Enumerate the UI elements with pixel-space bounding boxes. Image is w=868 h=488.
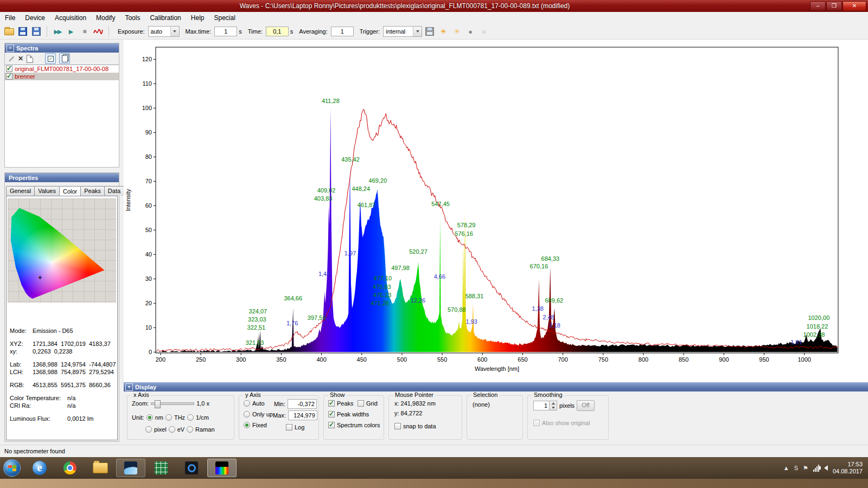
- properties-tabs: General Values Color Peaks Data: [6, 186, 118, 196]
- menu-device[interactable]: Device: [20, 12, 50, 23]
- delete-spectrum-icon[interactable]: ✕: [18, 55, 23, 62]
- snap-to-data-checkbox[interactable]: [394, 423, 401, 429]
- tab-peaks[interactable]: Peaks: [80, 186, 105, 196]
- zoom-slider-thumb[interactable]: [155, 400, 161, 408]
- menu-calibration[interactable]: Calibration: [145, 12, 186, 23]
- menu-modify[interactable]: Modify: [91, 12, 120, 23]
- taskbar-clock[interactable]: 17:53 04.08.2017: [833, 461, 863, 475]
- trigger-dropdown[interactable]: internal: [383, 26, 422, 37]
- smoothing-spinner[interactable]: 1: [533, 401, 557, 410]
- spectrum-visibility-checkbox[interactable]: [6, 73, 12, 80]
- smoothing-off-button[interactable]: Off: [577, 400, 594, 411]
- averaging-input[interactable]: 1: [331, 27, 354, 36]
- max-input[interactable]: 124,979: [288, 410, 317, 420]
- properties-panel-header[interactable]: Properties: [5, 173, 119, 182]
- taskbar-explorer-button[interactable]: [86, 459, 115, 477]
- unit-raman-radio[interactable]: [187, 426, 193, 433]
- exposure-dropdown[interactable]: auto: [148, 26, 180, 37]
- tray-app-icon[interactable]: S: [794, 465, 798, 471]
- svg-text:461,87: 461,87: [358, 202, 376, 208]
- spectrum-plot[interactable]: 2002503003504004505005506006507007508008…: [124, 40, 868, 382]
- minimize-button[interactable]: –: [810, 1, 826, 11]
- select-all-toggle[interactable]: ✓: [45, 53, 56, 64]
- dark-reference-button[interactable]: ☀: [451, 25, 463, 37]
- time-label: Time:: [248, 28, 263, 35]
- display-panel: ▼ Display x Axis Zoom: 1,0 x Unit: nm TH…: [124, 382, 868, 445]
- svg-text:20: 20: [145, 300, 152, 306]
- collapse-display-icon[interactable]: ▼: [125, 383, 133, 391]
- exposure-value: auto: [149, 28, 170, 35]
- spectrum-list-item[interactable]: brenner: [5, 73, 119, 80]
- unit-pixel-radio[interactable]: [145, 426, 152, 433]
- tab-color[interactable]: Color: [59, 186, 81, 196]
- unit-nm-radio[interactable]: [146, 414, 153, 421]
- yaxis-onlyup-radio[interactable]: [244, 411, 250, 418]
- also-show-original-checkbox[interactable]: [533, 420, 540, 426]
- maxtime-input[interactable]: 1: [214, 27, 237, 36]
- save-button[interactable]: [17, 25, 29, 37]
- unit-1cm-radio[interactable]: [187, 414, 194, 421]
- zoom-slider[interactable]: [151, 402, 194, 405]
- light-reference-button[interactable]: ☀: [437, 25, 449, 37]
- close-button[interactable]: ✕: [843, 1, 866, 11]
- volume-icon[interactable]: [824, 465, 828, 471]
- smoothing-value[interactable]: 1: [533, 401, 550, 410]
- tab-data[interactable]: Data: [104, 186, 124, 196]
- tab-general[interactable]: General: [6, 186, 35, 196]
- spectra-panel-header[interactable]: « Spectra: [5, 43, 119, 53]
- single-acquisition-button[interactable]: ▶▶: [52, 25, 63, 37]
- start-acquisition-button[interactable]: ▶: [65, 25, 77, 37]
- yaxis-fixed-radio[interactable]: [244, 422, 250, 428]
- svg-text:448,24: 448,24: [352, 185, 370, 192]
- spectrum-list-item[interactable]: original_FLMT000781_17-00-00-08: [5, 65, 119, 73]
- menu-acquisition[interactable]: Acquisition: [50, 12, 91, 23]
- stop-acquisition-button[interactable]: ■: [79, 25, 91, 37]
- spectrum-colors-checkbox[interactable]: [328, 422, 335, 428]
- log-checkbox[interactable]: [286, 424, 292, 431]
- taskbar-disc-button[interactable]: [177, 459, 206, 477]
- taskbar-waves-button[interactable]: [207, 459, 237, 477]
- taskbar-spreadsheet-button[interactable]: [146, 459, 176, 477]
- continuous-scan-button[interactable]: [92, 25, 104, 37]
- record-dark-button[interactable]: ●: [464, 25, 476, 37]
- menu-file[interactable]: File: [0, 12, 20, 23]
- spectrum-chart[interactable]: 2002503003504004505005506006507007508008…: [124, 40, 868, 382]
- time-input[interactable]: 0,1: [266, 27, 289, 36]
- svg-text:409,02: 409,02: [317, 187, 336, 194]
- collapse-panel-icon[interactable]: «: [7, 44, 14, 52]
- taskbar-chrome-button[interactable]: [55, 459, 85, 477]
- svg-text:200: 200: [156, 356, 165, 363]
- menu-special[interactable]: Special: [209, 12, 240, 23]
- save-spectrum-button[interactable]: [424, 25, 436, 37]
- taskbar-ie-button[interactable]: e: [25, 459, 54, 477]
- tab-values[interactable]: Values: [34, 186, 60, 196]
- taskbar-photos-button[interactable]: [116, 459, 145, 477]
- prop-value: n/a: [67, 402, 75, 409]
- menu-help[interactable]: Help: [186, 12, 209, 23]
- peaks-checkb ox[interactable]: [328, 400, 335, 407]
- pin-icon[interactable]: [9, 56, 15, 62]
- copy-spectra-toggle[interactable]: [59, 53, 70, 64]
- open-file-button[interactable]: [3, 25, 15, 37]
- min-input[interactable]: -0,372: [288, 399, 317, 409]
- display-panel-header[interactable]: ▼ Display: [124, 382, 868, 391]
- spectrum-visibility-checkbox[interactable]: [6, 66, 12, 72]
- menu-tools[interactable]: Tools: [120, 12, 145, 23]
- record-light-button[interactable]: ○: [478, 25, 490, 37]
- unit-ev-radio[interactable]: [169, 426, 175, 433]
- yaxis-auto-radio[interactable]: [244, 400, 250, 407]
- unit-thz-radio[interactable]: [165, 414, 172, 421]
- svg-text:80: 80: [145, 153, 152, 160]
- restore-button[interactable]: ❐: [826, 1, 842, 11]
- peak-widths-checkbox[interactable]: [328, 411, 335, 418]
- spinner-arrows[interactable]: [550, 401, 557, 410]
- title-bar[interactable]: Waves - C:\Users\Laptop Ronny\Pictures\p…: [0, 0, 868, 12]
- tray-flag-icon[interactable]: ⚑: [803, 465, 808, 472]
- grid-checkbox[interactable]: [358, 400, 364, 407]
- svg-text:100: 100: [142, 105, 152, 111]
- start-button[interactable]: [3, 459, 21, 477]
- new-document-icon[interactable]: [27, 55, 33, 63]
- save-disabled-icon: [425, 27, 434, 36]
- save-all-button[interactable]: [30, 25, 42, 37]
- tray-expand-icon[interactable]: ▲: [783, 465, 789, 471]
